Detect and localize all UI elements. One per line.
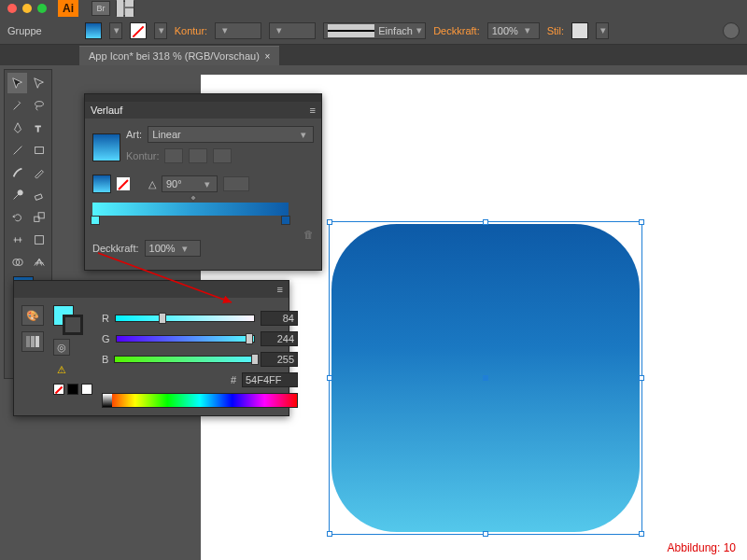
b-slider-knob[interactable] <box>251 354 259 365</box>
b-slider[interactable] <box>114 356 255 363</box>
brush-name: Einfach <box>378 25 413 36</box>
rectangle-tool[interactable] <box>29 140 49 161</box>
white-button[interactable] <box>81 384 92 395</box>
bridge-button[interactable]: Br <box>92 1 110 16</box>
panel-grip[interactable] <box>85 94 321 102</box>
gradient-type-dropdown[interactable]: Linear▾ <box>148 126 314 143</box>
selection-tool[interactable] <box>7 73 27 93</box>
shape-builder-tool[interactable] <box>7 252 27 273</box>
fill-dropdown[interactable]: ▾ <box>109 22 122 39</box>
color-panel-icon[interactable]: 🎨 <box>21 305 44 326</box>
stop-opacity-label: Deckkraft: <box>92 243 139 254</box>
gradient-panel-header[interactable]: Verlauf ≡ <box>85 102 321 119</box>
gradient-stop-right[interactable] <box>281 216 290 225</box>
scale-tool[interactable] <box>29 207 49 228</box>
hex-field[interactable]: 54F4FF <box>242 372 298 387</box>
document-tab-bar: App Icon* bei 318 % (RGB/Vorschau) × <box>0 45 747 65</box>
paintbrush-tool[interactable] <box>7 162 27 183</box>
selection-bounding-box[interactable] <box>329 221 642 535</box>
fill-swatch[interactable] <box>85 22 102 39</box>
brush-definition[interactable]: Einfach ▾ <box>323 22 426 39</box>
stop-opacity-field[interactable]: 100%▾ <box>145 240 201 257</box>
svg-rect-8 <box>35 194 42 201</box>
direct-selection-tool[interactable] <box>29 73 49 93</box>
svg-rect-18 <box>31 336 35 347</box>
b-value-field[interactable]: 255 <box>261 352 298 367</box>
reverse-gradient-button[interactable] <box>117 177 130 190</box>
r-slider[interactable] <box>115 315 255 322</box>
minimize-traffic[interactable] <box>22 4 32 13</box>
graphic-style-dropdown[interactable]: ▾ <box>596 22 609 39</box>
color-stroke-swatch[interactable] <box>63 315 83 335</box>
close-traffic[interactable] <box>7 4 17 13</box>
arrange-docs-button[interactable] <box>116 1 134 16</box>
opacity-field[interactable]: 100%▾ <box>487 22 540 39</box>
none-color-button[interactable] <box>53 384 64 395</box>
blob-brush-tool[interactable] <box>7 185 27 205</box>
svg-rect-17 <box>26 336 30 347</box>
free-transform-tool[interactable] <box>29 230 49 250</box>
document-tab[interactable]: App Icon* bei 318 % (RGB/Vorschau) × <box>79 46 279 65</box>
svg-line-5 <box>13 147 21 155</box>
stroke-swatch[interactable] <box>130 22 147 39</box>
gradient-angle-field[interactable]: 90°▾ <box>162 175 218 192</box>
graphic-style-swatch[interactable] <box>571 22 588 39</box>
titlebar: Ai Br <box>0 0 747 17</box>
r-slider-knob[interactable] <box>159 313 166 324</box>
eraser-tool[interactable] <box>29 185 49 205</box>
magic-wand-tool[interactable] <box>7 95 27 116</box>
pen-tool[interactable] <box>7 118 27 138</box>
color-spectrum[interactable] <box>102 393 298 408</box>
gradient-stroke-preview[interactable] <box>92 175 111 193</box>
stroke-dropdown[interactable]: ▾ <box>154 22 167 39</box>
control-bar: Gruppe ▾ ▾ Kontur: ▾ ▾ Einfach ▾ Deckkra… <box>0 17 747 45</box>
recolor-button[interactable] <box>723 22 740 39</box>
color-panel-header[interactable]: ≡ <box>14 281 289 298</box>
pencil-tool[interactable] <box>29 162 49 183</box>
var-width-profile[interactable]: ▾ <box>269 22 316 39</box>
g-slider-knob[interactable] <box>246 333 253 344</box>
gradient-stop-left[interactable] <box>91 216 100 225</box>
gradient-type-label: Art: <box>126 129 142 140</box>
svg-rect-19 <box>35 336 39 347</box>
hex-label: # <box>231 374 236 385</box>
gradient-fill-preview[interactable] <box>92 133 120 161</box>
stroke-grad-along <box>189 148 207 163</box>
out-of-gamut-icon[interactable]: ◎ <box>53 339 70 356</box>
lasso-tool[interactable] <box>29 95 49 116</box>
stroke-label: Kontur: <box>175 25 207 36</box>
g-slider[interactable] <box>116 335 255 343</box>
gradient-panel-title: Verlauf <box>91 105 122 116</box>
line-tool[interactable] <box>7 140 27 161</box>
g-value-field[interactable]: 244 <box>261 331 298 346</box>
type-tool[interactable]: T <box>29 118 49 138</box>
svg-point-3 <box>35 102 43 106</box>
gradient-panel[interactable]: Verlauf ≡ Art: Linear▾ Kontur: △ <box>84 93 322 271</box>
stroke-grad-within <box>164 148 183 163</box>
app-logo: Ai <box>58 0 78 17</box>
angle-icon: △ <box>148 178 156 190</box>
r-label: R <box>102 313 109 324</box>
color-panel[interactable]: ≡ 🎨 ◎ ⚠ R 84 G <box>13 280 289 416</box>
width-tool[interactable] <box>7 230 27 250</box>
opacity-label: Deckkraft: <box>433 25 480 36</box>
stroke-grad-across <box>213 148 232 163</box>
rotate-tool[interactable] <box>7 207 27 228</box>
color-guide-icon[interactable] <box>21 331 44 352</box>
gradient-midpoint[interactable] <box>190 194 197 202</box>
g-label: G <box>102 333 110 344</box>
r-value-field[interactable]: 84 <box>261 311 298 326</box>
zoom-traffic[interactable] <box>37 4 47 13</box>
warning-icon[interactable]: ⚠ <box>53 361 70 378</box>
stroke-preview <box>328 24 374 37</box>
gradient-stroke-label: Kontur: <box>126 150 159 161</box>
panel-menu-icon[interactable]: ≡ <box>277 284 283 295</box>
perspective-grid-tool[interactable] <box>29 252 49 273</box>
black-button[interactable] <box>67 384 78 395</box>
panel-menu-icon[interactable]: ≡ <box>310 105 316 116</box>
figure-caption: Abbildung: 10 <box>668 541 736 554</box>
gradient-ramp[interactable] <box>92 203 289 216</box>
style-label: Stil: <box>547 25 564 36</box>
stroke-weight-field[interactable]: ▾ <box>215 22 261 39</box>
aspect-ratio-field <box>223 176 249 191</box>
